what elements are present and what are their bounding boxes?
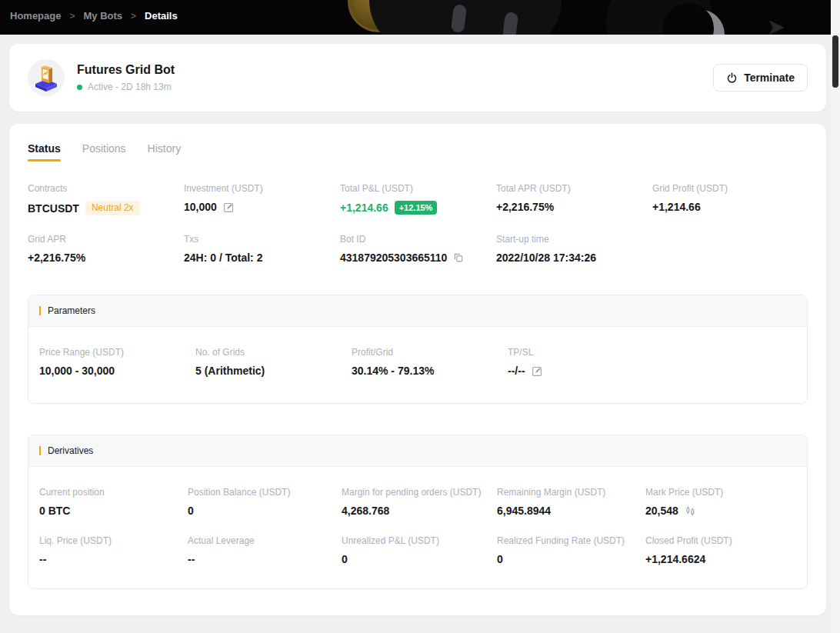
deriv-liq-price: Liq. Price (USDT) --: [39, 535, 188, 565]
copy-bot-id-icon[interactable]: [453, 252, 464, 263]
actual-leverage-value: --: [188, 553, 342, 565]
mark-price-value: 20,548: [645, 505, 678, 517]
edit-tpsl-icon[interactable]: [532, 365, 543, 377]
parameters-grid: Price Range (USDT) 10,000 - 30,000 No. o…: [28, 327, 807, 403]
stat-total-pnl: Total P&L (USDT) +1,214.66 +12.15%: [340, 183, 496, 215]
tab-positions[interactable]: Positions: [82, 142, 126, 162]
unrealized-pnl-value: 0: [342, 553, 497, 565]
investment-value: 10,000: [184, 201, 217, 213]
bot-status-text: Active - 2D 18h 13m: [88, 82, 172, 92]
startup-time-value: 2022/10/28 17:34:26: [496, 252, 652, 264]
deriv-realized-funding: Realized Funding Rate (USDT) 0: [497, 535, 645, 565]
active-status-dot: [77, 85, 82, 90]
deriv-unrealized-pnl: Unrealized P&L (USDT) 0: [342, 535, 497, 565]
deriv-current-position: Current position 0 BTC: [39, 487, 188, 517]
liq-price-value: --: [39, 553, 188, 565]
leverage-badge: Neutral 2x: [85, 201, 140, 215]
stat-startup-time: Start-up time 2022/10/28 17:34:26: [496, 234, 652, 264]
tab-history[interactable]: History: [148, 142, 182, 162]
position-balance-value: 0: [188, 505, 342, 517]
status-summary-grid: Contracts BTCUSDT Neutral 2x Investment …: [28, 183, 808, 264]
deriv-actual-leverage: Actual Leverage --: [188, 535, 342, 565]
realized-funding-value: 0: [497, 553, 645, 565]
breadcrumb-separator: >: [131, 11, 136, 22]
parameters-section: Parameters Price Range (USDT) 10,000 - 3…: [28, 295, 808, 404]
deriv-remaining-margin: Remaining Margin (USDT) 6,945.8944: [497, 487, 645, 517]
breadcrumb-separator: >: [69, 11, 75, 22]
stat-grid-profit: Grid Profit (USDT) +1,214.66: [652, 183, 808, 215]
breadcrumb-homepage[interactable]: Homepage: [10, 10, 61, 22]
total-apr-value: +2,216.75%: [496, 201, 652, 213]
tpsl-value: --/--: [508, 365, 525, 377]
param-price-range: Price Range (USDT) 10,000 - 30,000: [39, 347, 195, 377]
tab-bar: Status Positions History: [28, 142, 808, 162]
bot-status: Active - 2D 18h 13m: [77, 82, 175, 92]
param-tpsl: TP/SL --/--: [508, 347, 796, 377]
contracts-value: BTCUSDT: [28, 202, 79, 215]
deriv-margin-pending: Margin for pending orders (USDT) 4,268.7…: [342, 487, 497, 517]
derivatives-section: Derivatives Current position 0 BTC Posit…: [28, 435, 808, 589]
candlestick-chart-icon[interactable]: [685, 505, 696, 517]
details-card: Status Positions History Contracts BTCUS…: [9, 124, 826, 615]
stat-bot-id: Bot ID 431879205303665110: [340, 234, 496, 264]
grid-bot-icon: [29, 61, 63, 95]
derivatives-header: Derivatives: [28, 435, 807, 467]
current-position-value: 0 BTC: [39, 505, 188, 517]
arrow-illustration: ➤: [768, 15, 785, 35]
derivatives-grid: Current position 0 BTC Position Balance …: [28, 467, 807, 588]
price-range-value: 10,000 - 30,000: [39, 365, 195, 377]
section-accent-bar: [39, 306, 41, 315]
closed-profit-value: +1,214.6624: [645, 553, 796, 565]
parameters-title: Parameters: [48, 305, 95, 316]
breadcrumb: Homepage > My Bots > Details: [10, 10, 178, 22]
deriv-closed-profit: Closed Profit (USDT) +1,214.6624: [645, 535, 796, 565]
parameters-header: Parameters: [28, 295, 807, 327]
terminate-button[interactable]: Terminate: [713, 64, 808, 92]
stat-txs: Txs 24H: 0 / Total: 2: [184, 234, 340, 264]
total-pnl-value: +1,214.66: [340, 202, 388, 214]
bot-info: Futures Grid Bot Active - 2D 18h 13m: [77, 63, 175, 92]
stat-contracts: Contracts BTCUSDT Neutral 2x: [28, 183, 184, 215]
breadcrumb-my-bots[interactable]: My Bots: [83, 10, 122, 22]
stat-grid-apr: Grid APR +2,216.75%: [28, 234, 184, 264]
tab-status[interactable]: Status: [28, 142, 61, 162]
stat-investment: Investment (USDT) 10,000: [184, 183, 340, 215]
bot-avatar: [28, 59, 65, 96]
power-icon: [726, 72, 738, 84]
profit-grid-value: 30.14% - 79.13%: [352, 365, 508, 377]
terminate-label: Terminate: [744, 72, 795, 84]
scrollbar[interactable]: [831, 0, 840, 633]
param-grids: No. of Grids 5 (Arithmetic): [195, 347, 352, 377]
breadcrumb-details: Details: [145, 10, 178, 22]
page-title: Futures Grid Bot: [77, 63, 175, 77]
param-profit-grid: Profit/Grid 30.14% - 79.13%: [352, 347, 508, 377]
margin-pending-value: 4,268.768: [342, 505, 497, 517]
section-accent-bar: [39, 446, 41, 455]
grid-profit-value: +1,214.66: [652, 201, 808, 213]
txs-value: 24H: 0 / Total: 2: [184, 252, 340, 264]
edit-investment-icon[interactable]: [223, 202, 235, 213]
pnl-percent-badge: +12.15%: [395, 201, 438, 215]
remaining-margin-value: 6,945.8944: [497, 505, 645, 517]
grid-apr-value: +2,216.75%: [28, 252, 184, 264]
derivatives-title: Derivatives: [48, 445, 93, 456]
stat-total-apr: Total APR (USDT) +2,216.75%: [496, 183, 652, 215]
grids-value: 5 (Arithmetic): [195, 365, 352, 377]
deriv-mark-price: Mark Price (USDT) 20,548: [645, 487, 796, 517]
deriv-position-balance: Position Balance (USDT) 0: [188, 487, 342, 517]
bot-id-value: 431879205303665110: [340, 252, 447, 264]
scrollbar-thumb[interactable]: [832, 35, 838, 88]
bot-header-card: Futures Grid Bot Active - 2D 18h 13m Ter…: [9, 44, 826, 112]
